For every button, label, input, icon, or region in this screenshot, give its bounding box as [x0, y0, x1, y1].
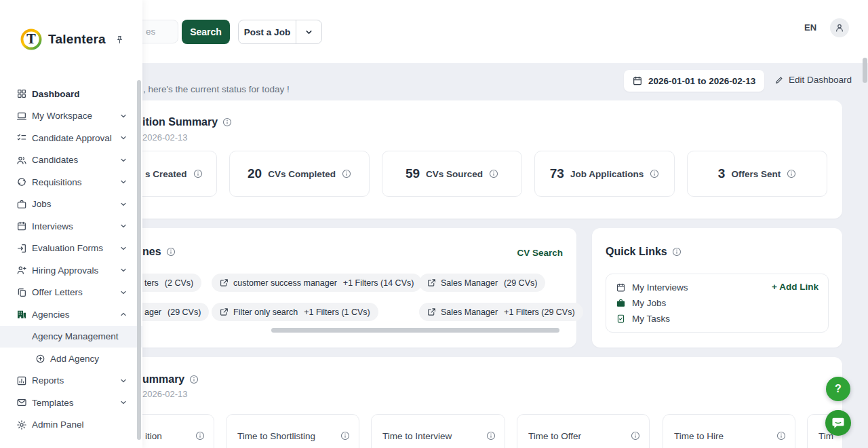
sidebar-item-my-workspace[interactable]: My Workspace: [0, 105, 142, 128]
info-icon[interactable]: [166, 247, 176, 257]
sidebar-item-templates[interactable]: Templates: [0, 392, 142, 414]
info-icon[interactable]: [189, 375, 199, 384]
pencil-icon: [774, 75, 784, 85]
chevron-down-icon: [119, 200, 127, 208]
stat-card-job-applications: 73 Job Applications: [534, 151, 675, 197]
search-input-text: es: [146, 26, 155, 37]
sidebar-item-admin-panel[interactable]: Admin Panel: [0, 414, 142, 436]
time-summary-title: ummary: [142, 373, 199, 386]
calendar-icon: [632, 75, 643, 86]
sidebar-item-dashboard[interactable]: Dashboard: [0, 83, 142, 105]
sidebar-item-candidate-approval[interactable]: Candidate Approval: [0, 127, 142, 149]
time-summary-dates: 2026-02-13: [142, 389, 188, 399]
sidebar-item-hiring-approvals[interactable]: Hiring Approvals: [0, 259, 142, 282]
user-avatar[interactable]: [830, 18, 849, 37]
info-icon[interactable]: [776, 431, 786, 441]
saved-search-chip[interactable]: Sales Manager (29 CVs): [419, 274, 545, 292]
chevron-down-icon: [119, 112, 127, 120]
sidebar-nav: Dashboard My Workspace Candidate Approva…: [0, 83, 142, 436]
requisition-summary-card: ition Summary 2026-02-13 s Created 20 CV…: [61, 100, 842, 219]
sidebar: Talentera Dashboard My Workspace Candida…: [0, 0, 142, 448]
info-icon[interactable]: [672, 247, 682, 257]
admin-gear-icon: [16, 419, 27, 430]
stat-card-offers-sent: 3 Offers Sent: [687, 151, 827, 197]
sidebar-item-agency-management[interactable]: Agency Management: [0, 326, 142, 348]
sidebar-item-evaluation-forms[interactable]: Evaluation Forms: [0, 238, 142, 260]
search-button[interactable]: Search: [182, 20, 230, 44]
talentera-logo-icon: [19, 27, 43, 52]
info-icon[interactable]: [222, 117, 232, 127]
horizontal-scrollbar[interactable]: [271, 328, 559, 333]
greeting-text: , here's the current status for today !: [143, 84, 290, 94]
date-range-picker[interactable]: 2026-01-01 to 2026-02-13: [624, 70, 764, 92]
saved-search-chip[interactable]: ters (2 CVs): [133, 274, 201, 292]
saved-searches-title: nes: [142, 246, 176, 258]
info-icon[interactable]: [486, 431, 496, 441]
post-a-job-caret[interactable]: [296, 20, 321, 43]
sidebar-item-candidates[interactable]: Candidates: [0, 149, 142, 172]
sidebar-item-requisitions[interactable]: Requisitions: [0, 171, 142, 193]
briefcase-icon: [616, 298, 626, 308]
time-card-interview: Time to Interview: [371, 414, 505, 448]
info-icon[interactable]: [340, 431, 350, 441]
add-link-button[interactable]: + Add Link: [772, 282, 818, 292]
saved-search-chip[interactable]: ager (29 CVs): [133, 303, 209, 321]
info-icon[interactable]: [489, 169, 498, 179]
time-summary-card: ummary 2026-02-13 ition Time to Shortlis…: [61, 357, 842, 448]
saved-search-chip[interactable]: Filter only search +1 Filters (1 CVs): [212, 303, 378, 321]
post-a-job-label[interactable]: Post a Job: [239, 20, 296, 43]
chevron-down-icon: [119, 244, 127, 253]
time-card-hire: Time to Hire: [663, 414, 795, 448]
quick-link-my-jobs[interactable]: My Jobs: [616, 296, 818, 310]
external-link-icon: [220, 278, 229, 287]
saved-search-chip[interactable]: Sales Manager +1 Filters (29 CVs): [419, 303, 583, 321]
sidebar-scrollbar[interactable]: [137, 80, 141, 440]
cv-search-link[interactable]: CV Search: [517, 248, 563, 258]
external-link-icon: [427, 307, 436, 316]
quick-link-my-tasks[interactable]: My Tasks: [616, 312, 818, 326]
hiring-approvals-user-plus-icon: [16, 265, 27, 276]
agencies-building-icon: [16, 309, 27, 320]
sidebar-item-offer-letters[interactable]: Offer Letters: [0, 282, 142, 304]
info-icon[interactable]: [193, 169, 203, 179]
sidebar-item-reports[interactable]: Reports: [0, 370, 142, 392]
stat-card-cvs-sourced: 59 CVs Sourced: [382, 151, 522, 197]
stat-card-cvs-completed: 20 CVs Completed: [229, 151, 370, 197]
quick-links-card: Quick Links My Interviews My Jobs My Tas…: [592, 228, 842, 348]
info-icon[interactable]: [650, 169, 659, 179]
chat-button[interactable]: [825, 410, 851, 436]
page-scrollbar[interactable]: [863, 58, 867, 83]
help-button[interactable]: ?: [826, 377, 850, 401]
templates-mail-icon: [16, 397, 27, 408]
edit-dashboard-button[interactable]: Edit Dashboard: [774, 75, 852, 85]
reports-chart-icon: [16, 375, 27, 386]
brand-logo[interactable]: Talentera: [19, 27, 106, 52]
pin-sidebar-icon[interactable]: [115, 35, 125, 45]
external-link-icon: [427, 278, 436, 287]
sidebar-item-agencies[interactable]: Agencies: [0, 303, 142, 326]
calendar-icon: [616, 282, 626, 293]
chevron-down-icon: [119, 222, 127, 230]
post-a-job-button[interactable]: Post a Job: [238, 20, 322, 44]
workspace-laptop-icon: [16, 111, 27, 122]
sidebar-item-add-agency[interactable]: Add Agency: [0, 348, 142, 370]
time-card-offer: Time to Offer: [517, 414, 650, 448]
chat-bubble-icon: [831, 415, 846, 430]
external-link-icon: [220, 307, 229, 316]
chevron-down-icon: [119, 398, 127, 407]
info-icon[interactable]: [631, 431, 640, 441]
chevron-down-icon: [119, 288, 127, 297]
task-doc-icon: [616, 314, 626, 324]
person-icon: [834, 22, 845, 33]
chevron-down-icon: [119, 377, 127, 385]
chevron-down-icon: [304, 28, 313, 37]
saved-search-chip[interactable]: customer success manager +1 Filters (14 …: [212, 274, 422, 292]
sidebar-item-interviews[interactable]: Interviews: [0, 215, 142, 238]
requisitions-sync-icon: [16, 176, 27, 187]
info-icon[interactable]: [342, 169, 351, 179]
language-switcher[interactable]: EN: [804, 22, 816, 33]
info-icon[interactable]: [787, 169, 796, 179]
info-icon[interactable]: [195, 431, 205, 441]
sidebar-item-jobs[interactable]: Jobs: [0, 193, 142, 216]
chevron-down-icon: [119, 134, 127, 142]
